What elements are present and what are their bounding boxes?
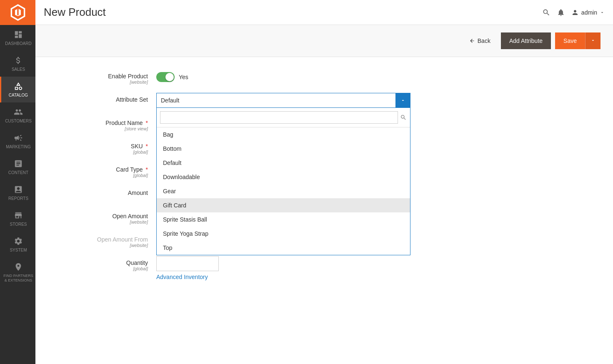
enable-product-toggle-wrap: Yes (156, 70, 406, 82)
option-gear[interactable]: Gear (157, 184, 410, 198)
sidebar-item-label: CONTENT (8, 170, 28, 175)
sidebar-item-label: STORES (10, 222, 27, 227)
partners-icon (14, 262, 23, 272)
sidebar-item-label: MARKETING (6, 145, 30, 149)
option-gift-card[interactable]: Gift Card (157, 198, 410, 212)
save-button-group: Save (555, 32, 600, 49)
save-dropdown-button[interactable] (585, 32, 600, 49)
sidebar-item-content[interactable]: CONTENT (0, 154, 35, 180)
quantity-input[interactable] (156, 256, 219, 271)
topbar-icons: admin (542, 8, 605, 17)
content-area: Enable Product [website] Yes Attribute S… (35, 57, 613, 364)
action-bar: Back Add Attribute Save (35, 25, 613, 57)
attribute-set-label: Attribute Set (52, 93, 156, 103)
topbar: New Product admin (35, 0, 613, 25)
back-arrow-icon (469, 38, 475, 44)
notification-icon[interactable] (557, 8, 565, 17)
quantity-control: Advanced Inventory (156, 256, 406, 280)
sidebar: DASHBOARD SALES CATALOG CUSTOMERS MARKET… (0, 0, 35, 364)
attribute-set-display[interactable]: Default (156, 93, 410, 108)
main-area: New Product admin Back Add Attribute Sav… (35, 0, 613, 364)
magento-logo[interactable] (0, 0, 35, 25)
enable-product-label: Enable Product [website] (52, 70, 156, 85)
attribute-set-options: Bag Bottom Default Downloadable Gear Gif… (157, 127, 410, 255)
user-icon (571, 9, 579, 16)
marketing-icon (14, 133, 23, 142)
advanced-inventory-link[interactable]: Advanced Inventory (156, 274, 208, 280)
option-bag[interactable]: Bag (157, 127, 410, 142)
sidebar-item-label: CATALOG (9, 93, 28, 97)
chevron-down-icon (600, 10, 605, 15)
quantity-label: Quantity [global] (52, 256, 156, 271)
amount-label: Amount (52, 186, 156, 196)
sales-icon (14, 56, 23, 65)
sidebar-item-label: REPORTS (8, 196, 28, 201)
back-button[interactable]: Back (463, 33, 497, 48)
search-icon[interactable] (542, 8, 550, 17)
attribute-set-dropdown-panel: Bag Bottom Default Downloadable Gear Gif… (156, 108, 410, 255)
content-icon (14, 159, 23, 168)
sidebar-item-label: DASHBOARD (5, 41, 31, 46)
customers-icon (14, 107, 23, 117)
product-name-label: Product Name * [store view] (52, 116, 156, 131)
reports-icon (14, 185, 23, 194)
enable-product-row: Enable Product [website] Yes (52, 70, 596, 85)
add-attribute-button[interactable]: Add Attribute (501, 32, 551, 49)
attribute-set-search (157, 108, 410, 127)
sku-label: SKU * [global] (52, 140, 156, 155)
system-icon (14, 237, 23, 246)
option-default[interactable]: Default (157, 156, 410, 170)
chevron-up-icon (400, 98, 405, 103)
sidebar-item-label: SYSTEM (10, 248, 27, 252)
toggle-knob (165, 73, 174, 81)
sidebar-item-label: FIND PARTNERS & EXTENSIONS (3, 274, 33, 283)
admin-user-label: admin (581, 9, 597, 16)
sidebar-item-label: CUSTOMERS (5, 119, 32, 123)
sidebar-item-system[interactable]: SYSTEM (0, 232, 35, 257)
enable-product-control: Yes (156, 70, 406, 82)
sidebar-item-find-partners[interactable]: FIND PARTNERS & EXTENSIONS (0, 257, 35, 288)
attribute-set-search-input[interactable] (160, 111, 398, 124)
attribute-set-dropdown-arrow[interactable] (395, 93, 410, 108)
enable-product-toggle[interactable] (156, 72, 175, 82)
attribute-set-row: Attribute Set Default (52, 93, 596, 108)
sidebar-item-sales[interactable]: SALES (0, 51, 35, 77)
quantity-row: Quantity [global] Advanced Inventory (52, 256, 596, 280)
attribute-set-control: Default Bag Bottom De (156, 93, 406, 108)
option-bottom[interactable]: Bottom (157, 142, 410, 156)
option-sprite-stasis-ball[interactable]: Sprite Stasis Ball (157, 212, 410, 227)
sidebar-item-label: SALES (12, 67, 25, 72)
dashboard-icon (14, 30, 23, 39)
save-button[interactable]: Save (555, 32, 585, 49)
option-downloadable[interactable]: Downloadable (157, 170, 410, 184)
attribute-set-select-wrap: Default Bag Bottom De (156, 93, 410, 108)
option-sprite-yoga-strap[interactable]: Sprite Yoga Strap (157, 227, 410, 241)
open-amount-from-label: Open Amount From [website] (52, 233, 156, 248)
sidebar-item-customers[interactable]: CUSTOMERS (0, 102, 35, 128)
catalog-icon (14, 82, 23, 91)
sidebar-item-reports[interactable]: REPORTS (0, 180, 35, 206)
sidebar-item-stores[interactable]: STORES (0, 206, 35, 232)
sidebar-item-dashboard[interactable]: DASHBOARD (0, 25, 35, 51)
card-type-label: Card Type * [global] (52, 163, 156, 178)
option-top[interactable]: Top (157, 241, 410, 255)
page-title: New Product (44, 6, 536, 19)
stores-icon (14, 211, 23, 220)
sidebar-item-catalog[interactable]: CATALOG (0, 77, 35, 102)
admin-user[interactable]: admin (571, 9, 605, 16)
open-amount-label: Open Amount [website] (52, 209, 156, 224)
chevron-down-icon (590, 38, 595, 43)
enable-product-value: Yes (179, 74, 188, 80)
sidebar-item-marketing[interactable]: MARKETING (0, 128, 35, 154)
search-icon (400, 114, 407, 121)
